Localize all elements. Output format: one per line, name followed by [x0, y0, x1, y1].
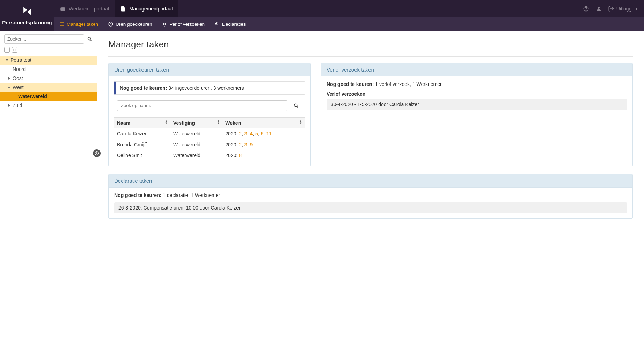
sidebar-search-input[interactable]: [4, 34, 84, 44]
sort-icon: ▲▼: [217, 120, 220, 124]
tree-item-west[interactable]: West: [0, 83, 97, 92]
panel-uren-header: Uren goedkeuren taken: [109, 63, 310, 76]
table-row: Brenda CruijffWaterwereld2020: 2, 3, 9: [114, 139, 305, 150]
clock-icon: [108, 21, 114, 27]
expand-all-button[interactable]: [4, 47, 10, 53]
sidebar: Petra test Noord Oost West Waterwereld: [0, 31, 97, 338]
brand-name: Personeelsplanning: [2, 20, 52, 25]
tab-management-portal[interactable]: Managementportaal: [115, 0, 178, 17]
page-title: Manager taken: [108, 39, 633, 50]
verlof-item[interactable]: 30-4-2020 - 1-5-2020 door Carola Keizer: [327, 99, 627, 110]
panel-uren-goedkeuren: Uren goedkeuren taken Nog goed te keuren…: [108, 63, 311, 166]
brand-logo-icon: [21, 6, 34, 18]
chevron-down-icon: [7, 85, 11, 89]
svg-rect-7: [60, 24, 64, 24]
week-link[interactable]: 2: [239, 142, 242, 147]
subnav-declaraties[interactable]: € Declaraties: [210, 17, 251, 31]
sort-icon: ▲▼: [165, 120, 168, 124]
svg-marker-19: [8, 77, 10, 80]
week-link[interactable]: 3: [244, 131, 247, 137]
subnav-verlof-verzoeken[interactable]: Verlof verzoeken: [157, 17, 210, 31]
logout-icon: [608, 6, 614, 12]
col-naam[interactable]: Naam▲▼: [114, 118, 170, 128]
svg-rect-6: [60, 22, 64, 23]
uren-table: Naam▲▼ Vestiging▲▼ Weken▲▼ Carola Keizer…: [114, 117, 305, 161]
uren-search-button[interactable]: [290, 100, 302, 111]
verlof-notice: Nog goed te keuren: 1 verlof verzoek, 1 …: [327, 81, 627, 87]
chevron-right-icon: [7, 103, 11, 108]
subnav-manager-taken[interactable]: Manager taken: [54, 17, 103, 31]
verlof-sub-label: Verlof verzoeken: [327, 91, 627, 97]
subnav-uren-goedkeuren[interactable]: Uren goedkeuren: [103, 17, 157, 31]
main-content: Manager taken Uren goedkeuren taken Nog …: [97, 31, 644, 338]
panel-verlof-header: Verlof verzoek taken: [321, 63, 632, 76]
svg-rect-8: [60, 25, 64, 26]
panel-decl-header: Declaratie taken: [109, 174, 632, 188]
sort-icon: ▲▼: [299, 120, 302, 124]
svg-marker-18: [6, 59, 8, 61]
help-icon[interactable]: [583, 6, 589, 12]
uren-notice: Nog goed te keuren: 34 ingevoerde uren, …: [114, 81, 305, 95]
table-row: Carola KeizerWaterwereld2020: 2, 3, 4, 5…: [114, 128, 305, 139]
tree-item-waterwereld[interactable]: Waterwereld: [0, 92, 97, 101]
tree-item-oost[interactable]: Oost: [0, 74, 97, 83]
svg-point-22: [95, 152, 99, 155]
collapse-all-button[interactable]: [12, 47, 17, 53]
week-link[interactable]: 5: [255, 131, 258, 137]
tree-root[interactable]: Petra test: [0, 56, 97, 65]
chevron-right-icon: [7, 76, 11, 80]
week-link[interactable]: 2: [239, 131, 242, 137]
tab-management-label: Managementportaal: [129, 6, 173, 12]
svg-text:€: €: [215, 22, 218, 27]
tree-item-zuid[interactable]: Zuid: [0, 101, 97, 110]
search-icon[interactable]: [87, 36, 93, 42]
chevron-down-icon: [5, 58, 9, 62]
table-row: Celine SmitWaterwereld2020: 8: [114, 150, 305, 161]
svg-marker-21: [8, 104, 10, 107]
svg-point-10: [164, 23, 166, 25]
sidebar-collapse-button[interactable]: [93, 149, 101, 157]
logout-button[interactable]: Uitloggen: [608, 6, 637, 12]
week-link[interactable]: 11: [266, 131, 272, 137]
sun-icon: [162, 21, 167, 27]
subnav: Manager taken Uren goedkeuren Verlof ver…: [0, 17, 644, 31]
decl-notice: Nog goed te keuren: 1 declaratie, 1 Werk…: [114, 192, 627, 198]
tab-employee-portal[interactable]: Werknemerportaal: [54, 0, 115, 17]
user-icon[interactable]: [595, 6, 602, 12]
tab-employee-label: Werknemerportaal: [69, 6, 109, 12]
document-icon: [120, 6, 126, 12]
col-vestiging[interactable]: Vestiging▲▼: [170, 118, 222, 128]
week-link[interactable]: 8: [239, 153, 242, 158]
svg-point-12: [88, 37, 91, 40]
panel-declaratie: Declaratie taken Nog goed te keuren: 1 d…: [108, 174, 633, 219]
svg-point-5: [598, 7, 600, 9]
week-link[interactable]: 3: [244, 142, 247, 147]
svg-marker-1: [27, 9, 31, 15]
tasks-icon: [59, 21, 65, 27]
euro-icon: €: [214, 21, 220, 27]
week-link[interactable]: 9: [250, 142, 253, 147]
svg-marker-20: [8, 87, 10, 88]
topbar: Personeelsplanning Werknemerportaal Mana…: [0, 0, 644, 17]
col-weken[interactable]: Weken▲▼: [222, 118, 305, 128]
panel-verlof: Verlof verzoek taken Nog goed te keuren:…: [321, 63, 633, 166]
briefcase-icon: [60, 6, 66, 12]
svg-point-23: [294, 104, 297, 106]
search-icon: [293, 103, 299, 109]
brand[interactable]: Personeelsplanning: [0, 0, 54, 31]
svg-point-4: [586, 10, 586, 10]
decl-item[interactable]: 26-3-2020, Compensatie uren: 10,00 door …: [114, 202, 627, 213]
uren-search-input[interactable]: [117, 100, 287, 111]
logout-label: Uitloggen: [616, 6, 637, 12]
tree-item-noord[interactable]: Noord: [0, 65, 97, 74]
